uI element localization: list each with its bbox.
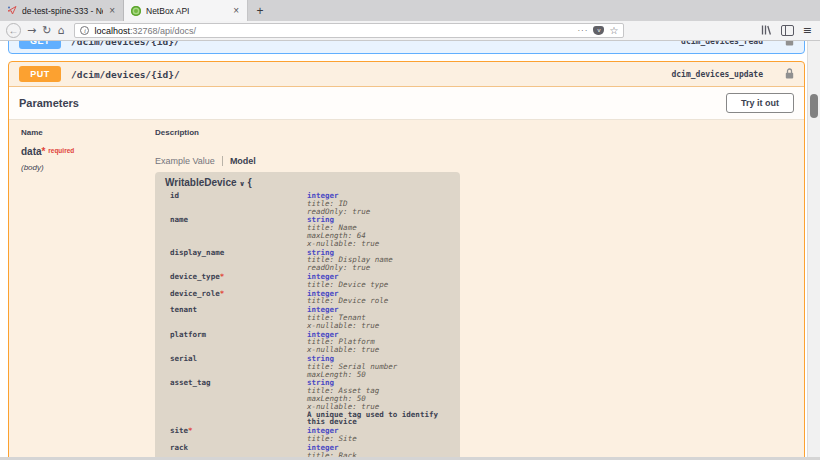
scrollbar-thumb[interactable] xyxy=(810,94,818,118)
tab-model[interactable]: Model xyxy=(230,156,256,166)
tab-title: NetBox API xyxy=(146,6,227,16)
property-name: id xyxy=(165,192,307,215)
url-bar[interactable]: i localhost:32768/api/docs/ ··· v ☆ xyxy=(74,23,624,38)
model-property: display_namestringtitle: Display namerea… xyxy=(165,249,452,272)
tab-netbox-api[interactable]: NetBox API × xyxy=(124,0,248,21)
browser-toolbar: ← → ↻ ⌂ i localhost:32768/api/docs/ ··· … xyxy=(0,21,820,41)
property-name: serial xyxy=(165,355,307,378)
page-actions-icon[interactable]: ··· xyxy=(577,26,588,35)
tab-bar: de-test-spine-333 - NetB × NetBox API × … xyxy=(0,0,820,21)
get-endpoint-row[interactable]: GET /dcim/devices/{id}/ dcim_devices_rea… xyxy=(8,41,805,54)
put-operation-id: dcim_devices_update xyxy=(671,70,763,79)
property-attribute: title: Site xyxy=(307,435,452,443)
parameter-location: (body) xyxy=(21,163,155,172)
swagger-favicon xyxy=(131,6,141,16)
model-example-tabs: Example Value Model xyxy=(155,156,460,166)
reload-icon[interactable]: ↻ xyxy=(42,25,51,36)
get-operation-id: dcim_devices_read xyxy=(681,41,763,46)
body-parameter-row: data* required (body) Example Value Mode… xyxy=(21,146,792,457)
get-endpoint-path: /dcim/devices/{id}/ xyxy=(71,41,671,47)
page-scrollbar[interactable] xyxy=(807,41,820,457)
put-method-badge: PUT xyxy=(19,66,61,82)
required-asterisk: * xyxy=(188,426,193,435)
sidebar-icon[interactable] xyxy=(781,22,794,40)
property-attribute: title: Rack xyxy=(307,452,452,458)
close-tab-icon[interactable]: × xyxy=(232,6,240,16)
put-endpoint-header[interactable]: PUT /dcim/devices/{id}/ dcim_devices_upd… xyxy=(9,62,804,87)
library-icon[interactable] xyxy=(760,22,772,40)
info-icon[interactable]: i xyxy=(80,26,89,35)
model-property: site*integertitle: Site xyxy=(165,427,452,443)
try-it-out-button[interactable]: Try it out xyxy=(726,93,794,113)
property-name: asset_tag xyxy=(165,379,307,426)
chevron-down-icon: ∨ xyxy=(239,180,245,188)
parameters-title: Parameters xyxy=(19,97,79,109)
lock-icon[interactable] xyxy=(785,65,794,83)
bookmark-star-icon[interactable]: ☆ xyxy=(609,25,618,36)
lock-icon[interactable] xyxy=(785,41,794,50)
tab-separator xyxy=(222,156,223,166)
model-properties: idintegertitle: IDreadOnly: truenamestri… xyxy=(165,192,452,457)
property-detail: integertitle: Device type xyxy=(307,273,452,289)
get-method-badge: GET xyxy=(19,41,61,49)
back-icon[interactable]: ← xyxy=(6,23,21,38)
property-detail: integertitle: Platformx-nullable: true xyxy=(307,331,452,354)
property-detail: integertitle: Device role xyxy=(307,290,452,306)
tab-example-value[interactable]: Example Value xyxy=(155,156,215,166)
property-detail: integertitle: Rack xyxy=(307,444,452,457)
url-text[interactable]: localhost:32768/api/docs/ xyxy=(94,26,572,36)
property-detail: integertitle: Site xyxy=(307,427,452,443)
model-property: namestringtitle: NamemaxLength: 64x-null… xyxy=(165,216,452,247)
property-detail: integertitle: Tenantx-nullable: true xyxy=(307,306,452,329)
property-attribute: readOnly: true xyxy=(307,264,452,272)
model-property: device_role*integertitle: Device role xyxy=(165,290,452,306)
parameter-name: data* required xyxy=(21,146,155,157)
new-tab-button[interactable]: + xyxy=(248,0,272,21)
home-icon[interactable]: ⌂ xyxy=(57,25,64,36)
parameters-section-header: Parameters Try it out xyxy=(9,87,804,120)
model-property: idintegertitle: IDreadOnly: true xyxy=(165,192,452,215)
property-name: name xyxy=(165,216,307,247)
property-name: tenant xyxy=(165,306,307,329)
model-title[interactable]: WritableDevice ∨ { xyxy=(165,177,452,188)
swagger-page: GET /dcim/devices/{id}/ dcim_devices_rea… xyxy=(0,41,820,457)
model-box: WritableDevice ∨ { idintegertitle: IDrea… xyxy=(155,172,460,457)
property-name: device_role* xyxy=(165,290,307,306)
required-label: required xyxy=(48,147,74,154)
required-asterisk: * xyxy=(42,146,46,157)
required-asterisk: * xyxy=(220,272,225,281)
property-name: site* xyxy=(165,427,307,443)
browser-window: de-test-spine-333 - NetB × NetBox API × … xyxy=(0,0,820,460)
property-detail: stringtitle: Display namereadOnly: true xyxy=(307,249,452,272)
property-attribute: x-nullable: true xyxy=(307,346,452,354)
model-property: device_type*integertitle: Device type xyxy=(165,273,452,289)
put-endpoint-block: PUT /dcim/devices/{id}/ dcim_devices_upd… xyxy=(8,61,805,457)
close-tab-icon[interactable]: × xyxy=(108,6,116,16)
property-attribute: x-nullable: true xyxy=(307,322,452,330)
model-property: platformintegertitle: Platformx-nullable… xyxy=(165,331,452,354)
column-header-description: Description xyxy=(155,128,199,137)
forward-icon[interactable]: → xyxy=(27,25,36,36)
property-name: rack xyxy=(165,444,307,457)
put-endpoint-path: /dcim/devices/{id}/ xyxy=(71,69,661,80)
parameters-table-header: Name Description xyxy=(21,128,792,137)
tab-title: de-test-spine-333 - NetB xyxy=(22,6,103,16)
property-name: device_type* xyxy=(165,273,307,289)
property-detail: stringtitle: Asset tagmaxLength: 50x-nul… xyxy=(307,379,452,426)
property-name: display_name xyxy=(165,249,307,272)
model-property: asset_tagstringtitle: Asset tagmaxLength… xyxy=(165,379,452,426)
model-property: tenantintegertitle: Tenantx-nullable: tr… xyxy=(165,306,452,329)
tab-de-test-spine[interactable]: de-test-spine-333 - NetB × xyxy=(0,0,124,21)
model-property: serialstringtitle: Serial numbermaxLengt… xyxy=(165,355,452,378)
model-property: rackintegertitle: Rack xyxy=(165,444,452,457)
property-attribute: readOnly: true xyxy=(307,208,452,216)
netbox-favicon xyxy=(7,5,17,17)
column-header-name: Name xyxy=(21,128,155,137)
property-description: A unique tag used to identify this devic… xyxy=(307,411,452,427)
property-attribute: maxLength: 50 xyxy=(307,371,452,379)
property-detail: stringtitle: NamemaxLength: 64x-nullable… xyxy=(307,216,452,247)
property-detail: stringtitle: Serial numbermaxLength: 50 xyxy=(307,355,452,378)
required-asterisk: * xyxy=(220,289,225,298)
hamburger-menu-icon[interactable]: ≡ xyxy=(803,24,812,37)
pocket-icon[interactable]: v xyxy=(593,26,604,35)
